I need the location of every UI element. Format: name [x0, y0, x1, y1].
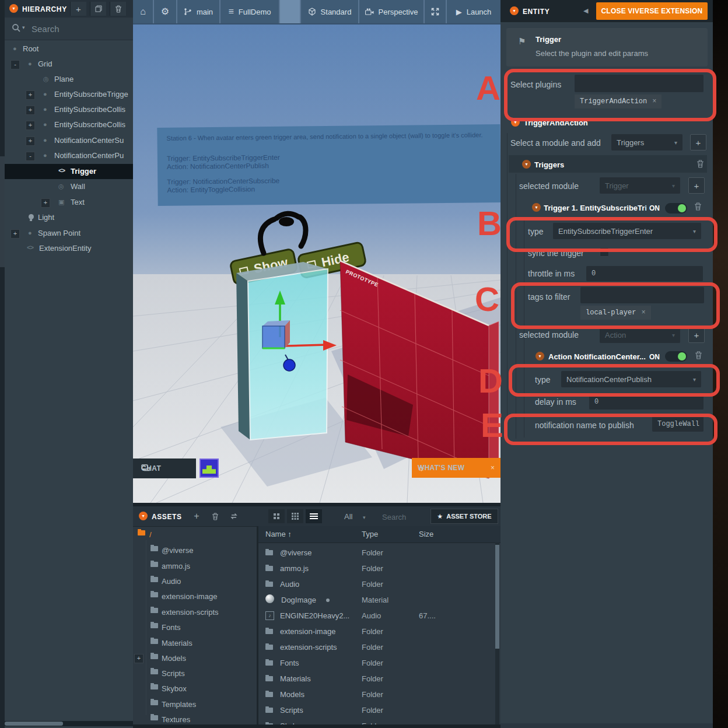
folder-item[interactable]: extension-image	[133, 589, 256, 604]
home-button[interactable]: ⌂	[133, 0, 153, 23]
expand-toggle[interactable]: +	[41, 198, 50, 208]
asset-row[interactable]: MaterialsFolder	[258, 671, 496, 687]
tree-item-root[interactable]: ● Root	[5, 41, 133, 57]
column-type[interactable]: Type	[362, 530, 378, 538]
render-mode-button[interactable]: Standard	[301, 0, 358, 23]
expand-toggle[interactable]: +	[10, 229, 20, 239]
selected-action-dropdown[interactable]: Action ▾	[600, 327, 680, 343]
section-chevron-icon[interactable]: ▾	[522, 160, 531, 169]
folder-item[interactable]: Skybox	[133, 681, 256, 696]
entity-menu-icon[interactable]: ▾	[510, 6, 519, 15]
asset-store-button[interactable]: ★ ASSET STORE	[430, 509, 498, 524]
add-trigger-button[interactable]: +	[688, 177, 705, 194]
add-action-button[interactable]: +	[688, 327, 705, 343]
tree-item-grid[interactable]: - ● Grid	[5, 57, 133, 72]
expand-toggle[interactable]: +	[26, 136, 35, 146]
scene-button[interactable]: ≡ FullDemo	[220, 0, 279, 23]
action-type-dropdown[interactable]: NotificationCenterPublish ▾	[561, 371, 701, 387]
scrollbar-thumb[interactable]	[495, 545, 499, 649]
file-list-scrollbar[interactable]	[495, 542, 499, 728]
asset-row[interactable]: extension-scriptsFolder	[258, 640, 496, 655]
asset-row[interactable]: ScriptsFolder	[258, 703, 496, 718]
column-size[interactable]: Size	[419, 530, 433, 538]
section-chevron-icon[interactable]: ▾	[511, 118, 520, 127]
scrollbar-thumb[interactable]	[5, 722, 63, 726]
folder-item[interactable]: Materials	[133, 636, 256, 651]
trigger-enabled-toggle[interactable]	[665, 203, 687, 214]
trigger-item-chevron-icon[interactable]: ▾	[532, 203, 541, 212]
tree-item-entitysubscribecollision-1[interactable]: + ● EntitySubscribeCollis	[5, 102, 133, 117]
view-large-grid-button[interactable]	[268, 509, 285, 523]
gizmo-cube-front[interactable]	[262, 326, 285, 348]
remove-tag-icon[interactable]: ×	[652, 97, 656, 106]
gizmo-sphere-handle[interactable]	[284, 359, 295, 371]
hierarchy-hscrollbar[interactable]	[5, 721, 133, 726]
folder-root[interactable]: /	[133, 527, 256, 542]
asset-row[interactable]: ammo.jsFolder	[258, 561, 496, 576]
collapse-toggle[interactable]: -	[10, 60, 20, 69]
tree-item-wall[interactable]: ◎ Wall	[5, 179, 133, 194]
expand-toggle[interactable]: +	[134, 654, 144, 663]
search-filter-caret[interactable]: ▾	[22, 24, 25, 30]
folder-item[interactable]: Audio	[133, 574, 256, 589]
pixel-art-badge[interactable]	[200, 459, 219, 478]
tree-item-entitysubscribetrigger[interactable]: + ● EntitySubscribeTrigge	[5, 87, 133, 102]
launch-button[interactable]: ▶ Launch	[447, 0, 501, 23]
folder-item-models[interactable]: + Models	[133, 651, 256, 666]
view-small-grid-button[interactable]	[287, 509, 303, 523]
asset-row[interactable]: @viverseFolder	[258, 545, 496, 561]
asset-filter-dropdown[interactable]: All ▾	[344, 512, 366, 521]
tree-item-light[interactable]: Light	[5, 210, 133, 225]
asset-row-audio[interactable]: ♪ENGINE20Heavy2...Audio67....	[258, 608, 496, 624]
folder-item[interactable]: Fonts	[133, 620, 256, 635]
scene-canvas[interactable]: Show Hide PROTOTYPE	[133, 24, 501, 503]
close-extension-button[interactable]: CLOSE VIVERSE EXTENSION	[596, 2, 708, 20]
folder-item[interactable]: ammo.js	[133, 559, 256, 574]
add-asset-button[interactable]: +	[189, 509, 204, 523]
action-item-chevron-icon[interactable]: ▾	[536, 352, 544, 360]
add-entity-button[interactable]: +	[70, 2, 86, 16]
camera-button[interactable]: Perspective	[359, 0, 424, 23]
notification-name-input[interactable]	[652, 416, 704, 432]
asset-row-material[interactable]: DogImageMaterial	[258, 593, 496, 608]
tags-filter-input[interactable]	[580, 287, 704, 303]
tree-item-notificationcenterpublish[interactable]: - ● NotificationCenterPu	[5, 148, 133, 163]
folder-item[interactable]: @viverse	[133, 543, 256, 558]
delete-triggers-button[interactable]	[696, 160, 704, 168]
throttle-input[interactable]	[586, 266, 703, 281]
action-enabled-toggle[interactable]	[665, 351, 687, 362]
assets-menu-icon[interactable]: ▾	[139, 512, 148, 520]
collapse-panel-icon[interactable]: ◀	[583, 7, 588, 15]
branch-button[interactable]: main	[177, 0, 219, 23]
tree-item-extensionentity[interactable]: <> ExtensionEntity	[5, 241, 133, 256]
select-plugins-input[interactable]	[575, 75, 704, 92]
view-list-button[interactable]	[306, 509, 322, 523]
delay-input[interactable]	[589, 394, 704, 410]
chat-button[interactable]: CHAT	[133, 459, 196, 478]
folder-item[interactable]: Scripts	[133, 666, 256, 681]
asset-row[interactable]: AudioFolder	[258, 577, 496, 592]
folder-item[interactable]: extension-scripts	[133, 605, 256, 620]
delete-trigger-button[interactable]	[694, 202, 702, 211]
folder-item[interactable]: Templates	[133, 697, 256, 712]
reimport-asset-button[interactable]	[226, 509, 242, 523]
trigger-type-dropdown[interactable]: EntitySubscribeTriggerEnter ▾	[553, 223, 701, 239]
whats-new-button[interactable]: ☼ WHAT'S NEW ×	[412, 458, 501, 478]
tree-item-plane[interactable]: ◎ Plane	[5, 72, 133, 87]
expand-toggle[interactable]: +	[26, 106, 35, 115]
remove-tag-icon[interactable]: ×	[641, 309, 645, 317]
module-dropdown[interactable]: Triggers ▾	[611, 134, 682, 150]
tree-item-text[interactable]: + ▣ Text	[5, 195, 133, 210]
plugin-tag-chip[interactable]: TriggerAndAction ×	[575, 94, 662, 108]
collapse-toggle[interactable]: -	[26, 152, 35, 161]
tree-item-entitysubscribecollision-2[interactable]: + ● EntitySubscribeCollis	[5, 117, 133, 132]
asset-search-input[interactable]	[381, 510, 429, 524]
add-module-button[interactable]: +	[690, 134, 706, 150]
tree-item-trigger-selected[interactable]: <> Trigger	[5, 164, 133, 179]
tag-chip[interactable]: local-player ×	[580, 306, 651, 320]
asset-row[interactable]: extension-imageFolder	[258, 624, 496, 639]
asset-row[interactable]: FontsFolder	[258, 656, 496, 671]
delete-entity-button[interactable]	[110, 2, 126, 16]
expand-toggle[interactable]: +	[26, 90, 35, 100]
asset-row[interactable]: ModelsFolder	[258, 687, 496, 702]
